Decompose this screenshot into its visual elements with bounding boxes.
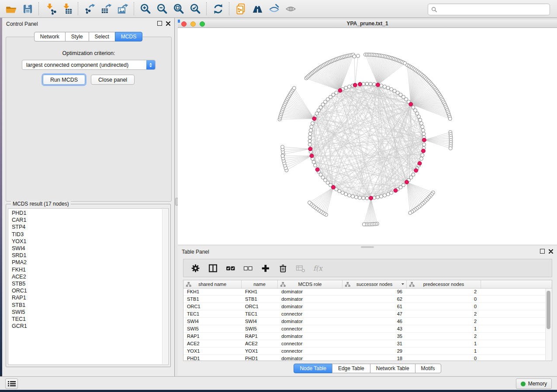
cell-shared-name[interactable]: TEC1 <box>183 310 242 317</box>
table-panel-grip[interactable] <box>361 246 374 248</box>
cell-successor-nodes[interactable]: 35 <box>343 333 407 340</box>
mcds-result-item[interactable]: FKH1 <box>12 266 162 273</box>
cell-name[interactable]: ACE2 <box>242 340 278 347</box>
cell-name[interactable]: ORC1 <box>242 303 278 310</box>
cell-shared-name[interactable]: SWI4 <box>183 318 242 325</box>
tab-mcds[interactable]: MCDS <box>115 32 142 41</box>
close-panel-icon[interactable] <box>166 21 170 26</box>
cell-name[interactable]: RAP1 <box>242 333 278 340</box>
cell-predecessor-nodes[interactable]: 2 <box>407 288 481 295</box>
column-header-successor-nodes[interactable]: successor nodes <box>343 280 407 288</box>
mcds-result-list[interactable]: PHD1CAR1STP4TID3YOX1SWI4SRD1PMA2FKH1ACE2… <box>8 208 169 365</box>
cell-shared-name[interactable]: YOX1 <box>183 347 242 354</box>
select-all-rows-icon[interactable] <box>225 263 235 273</box>
cell-shared-name[interactable]: PHD1 <box>183 355 242 361</box>
column-header-name[interactable]: name <box>242 280 278 288</box>
mcds-result-item[interactable]: STB5 <box>12 280 162 287</box>
table-row-SWI4[interactable]: SWI4SWI4dominator462 <box>183 318 546 325</box>
tab-network-table[interactable]: Network Table <box>370 364 415 373</box>
mcds-result-item[interactable]: YOX1 <box>12 238 162 245</box>
memory-button[interactable]: Memory <box>516 378 552 389</box>
table-row-SWI5[interactable]: SWI5SWI5connector431 <box>183 325 546 333</box>
search-network-icon[interactable] <box>249 1 266 16</box>
cell-shared-name[interactable]: SWI5 <box>183 325 242 332</box>
panel-splitter[interactable] <box>175 18 178 376</box>
cell-predecessor-nodes[interactable]: 2 <box>407 333 481 340</box>
mcds-result-item[interactable]: STB1 <box>12 302 162 309</box>
cell-shared-name[interactable]: FKH1 <box>183 288 242 295</box>
cell-successor-nodes[interactable]: 96 <box>343 288 407 295</box>
cell-predecessor-nodes[interactable]: 2 <box>407 318 481 325</box>
mcds-result-item[interactable]: SWI4 <box>12 245 162 252</box>
column-header-MCDS-role[interactable]: MCDS role <box>278 280 343 288</box>
cell-successor-nodes[interactable]: 61 <box>343 303 407 310</box>
mcds-result-item[interactable]: PMA2 <box>12 259 162 266</box>
column-header-predecessor-nodes[interactable]: predecessor nodes <box>407 280 481 288</box>
cell-predecessor-nodes[interactable]: 1 <box>407 325 481 332</box>
cell-MCDS-role[interactable]: dominator <box>278 288 343 295</box>
table-settings-icon[interactable] <box>190 263 201 273</box>
zoom-selected-icon[interactable] <box>187 1 204 16</box>
table-row-STB1[interactable]: STB1STB1dominator620 <box>183 296 546 303</box>
mcds-result-item[interactable]: ORC1 <box>12 287 162 294</box>
cell-MCDS-role[interactable]: connector <box>278 310 343 317</box>
cell-successor-nodes[interactable]: 46 <box>343 318 407 325</box>
cell-successor-nodes[interactable]: 43 <box>343 325 407 332</box>
mcds-result-item[interactable]: ACE2 <box>12 273 162 280</box>
zoom-in-icon[interactable] <box>137 1 154 16</box>
search-input[interactable] <box>439 5 550 14</box>
cell-MCDS-role[interactable]: dominator <box>278 296 343 303</box>
deselect-all-rows-icon[interactable] <box>243 263 253 273</box>
mcds-result-item[interactable]: SWI5 <box>12 309 162 316</box>
mcds-result-item[interactable]: SRD1 <box>12 252 162 259</box>
table-row-TEC1[interactable]: TEC1TEC1connector472 <box>183 310 546 318</box>
tab-select[interactable]: Select <box>89 32 115 41</box>
show-columns-icon[interactable] <box>208 263 218 273</box>
mcds-result-item[interactable]: TID3 <box>12 231 162 238</box>
sort-caret-icon[interactable] <box>401 283 404 285</box>
network-view-canvas[interactable] <box>178 28 557 244</box>
delete-columns-icon[interactable] <box>278 263 288 273</box>
cell-MCDS-role[interactable]: dominator <box>278 333 343 340</box>
mcds-result-item[interactable]: RAP1 <box>12 294 162 301</box>
cell-shared-name[interactable]: ORC1 <box>183 303 242 310</box>
table-row-RAP1[interactable]: RAP1RAP1dominator352 <box>183 333 546 340</box>
cell-MCDS-role[interactable]: dominator <box>278 303 343 310</box>
network-window-titlebar[interactable]: YPA_prune.txt_1 <box>178 20 557 28</box>
cell-predecessor-nodes[interactable]: 2 <box>407 310 481 317</box>
cell-predecessor-nodes[interactable]: 0 <box>407 303 481 310</box>
export-table-icon[interactable] <box>98 1 114 16</box>
cell-successor-nodes[interactable]: 31 <box>343 340 407 347</box>
tab-node-table[interactable]: Node Table <box>294 364 332 373</box>
save-session-icon[interactable] <box>19 1 36 16</box>
cell-name[interactable]: TEC1 <box>242 310 278 317</box>
open-file-icon[interactable] <box>3 1 19 16</box>
table-row-ORC1[interactable]: ORC1ORC1dominator610 <box>183 303 546 310</box>
cell-predecessor-nodes[interactable]: 1 <box>407 340 481 347</box>
cell-predecessor-nodes[interactable]: 1 <box>407 347 481 354</box>
tab-network[interactable]: Network <box>34 32 66 41</box>
cell-shared-name[interactable]: ACE2 <box>183 340 242 347</box>
cell-MCDS-role[interactable]: connector <box>278 340 343 347</box>
cell-name[interactable]: STB1 <box>242 296 278 303</box>
import-table-icon[interactable] <box>59 1 75 16</box>
node-table[interactable]: shared namename MCDS role successor node… <box>183 280 552 361</box>
hide-graphics-details-icon[interactable] <box>266 1 282 16</box>
mcds-result-item[interactable]: PHD1 <box>12 210 162 217</box>
zoom-out-icon[interactable] <box>154 1 170 16</box>
table-row-ACE2[interactable]: ACE2ACE2connector311 <box>183 340 546 347</box>
cell-predecessor-nodes[interactable]: 0 <box>407 296 481 303</box>
close-table-panel-icon[interactable] <box>549 249 553 254</box>
criterion-dropdown[interactable]: largest connected component (undirected) <box>22 60 156 70</box>
mcds-list-scrollbar[interactable] <box>162 209 168 364</box>
table-row-YOX1[interactable]: YOX1YOX1connector291 <box>183 347 546 355</box>
open-network-document-icon[interactable] <box>232 1 249 16</box>
zoom-fit-icon[interactable] <box>170 1 187 16</box>
refresh-icon[interactable] <box>210 1 226 16</box>
export-image-icon[interactable] <box>114 1 131 16</box>
network-graph[interactable] <box>178 28 557 244</box>
cell-MCDS-role[interactable]: dominator <box>278 318 343 325</box>
close-panel-button[interactable]: Close panel <box>91 75 135 85</box>
table-row-FKH1[interactable]: FKH1FKH1dominator962 <box>183 288 546 296</box>
cell-successor-nodes[interactable]: 62 <box>343 296 407 303</box>
